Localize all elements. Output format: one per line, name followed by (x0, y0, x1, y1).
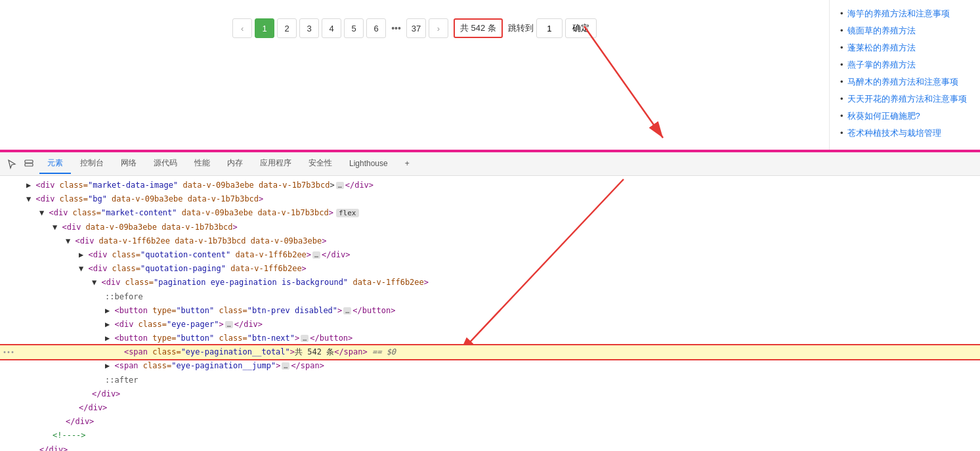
code-line-4[interactable]: ▼ <div data-v-09ba3ebe data-v-1b7b3bcd> (0, 221, 980, 234)
page-2-button[interactable]: 2 (277, 18, 297, 38)
sidebar-link-5[interactable]: 马醉木的养殖方法和注意事项 (840, 74, 969, 91)
page-6-button[interactable]: 6 (366, 18, 386, 38)
pagination-bar: ‹ 1 2 3 4 5 6 ••• 37 › 共 542 条 跳转到 确定 (232, 18, 597, 38)
code-line-3[interactable]: ▼ <div class="market-content" data-v-09b… (0, 206, 980, 220)
code-line-7[interactable]: ▼ <div class="quotation-paging" data-v-1… (0, 262, 980, 276)
devtools-panel: 元素 控制台 网络 源代码 性能 内存 应用程序 安全性 Lighthouse … (0, 151, 980, 451)
sidebar-link-8[interactable]: 苍术种植技术与栽培管理 (840, 125, 969, 142)
tab-more[interactable]: + (397, 155, 417, 173)
code-line-6[interactable]: ▶ <div class="quotation-content" data-v-… (0, 248, 980, 262)
code-line-11[interactable]: ▶ <div class="eye-pager">…</div> (0, 318, 980, 332)
confirm-button[interactable]: 确定 (565, 18, 597, 38)
sidebar-link-4[interactable]: 燕子掌的养殖方法 (840, 56, 969, 74)
sidebar-link-2[interactable]: 镜面草的养殖方法 (840, 22, 969, 39)
tab-application[interactable]: 应用程序 (252, 154, 299, 174)
code-line-8[interactable]: ▼ <div class="pagination eye-pagination … (0, 276, 980, 290)
jump-box: 跳转到 确定 (508, 18, 597, 38)
sidebar-link-6[interactable]: 天天开花的养殖方法和注意事项 (840, 91, 969, 108)
page-5-button[interactable]: 5 (344, 18, 364, 38)
code-line-16: </div> (0, 387, 980, 401)
sidebar-link-1[interactable]: 海竽的养殖方法和注意事项 (840, 5, 969, 22)
code-line-12[interactable]: ▶ <button type="button" class="btn-next"… (0, 332, 980, 345)
tab-performance[interactable]: 性能 (186, 154, 218, 174)
total-count-text: 共 542 条 (460, 23, 496, 33)
tab-console[interactable]: 控制台 (72, 154, 112, 174)
tab-security[interactable]: 安全性 (301, 154, 340, 174)
page-1-button[interactable]: 1 (255, 18, 274, 38)
next-button[interactable]: › (429, 18, 448, 38)
code-line-14[interactable]: ▶ <span class="eye-pagination__jump">…</… (0, 359, 980, 373)
code-line-15: ::after (0, 374, 980, 387)
jump-label: 跳转到 (508, 22, 534, 34)
code-line-10[interactable]: ▶ <button type="button" class="btn-prev … (0, 304, 980, 318)
code-line-5[interactable]: ▼ <div data-v-1ff6b2ee data-v-1b7b3bcd d… (0, 234, 980, 248)
page-3-button[interactable]: 3 (299, 18, 319, 38)
page-37-button[interactable]: 37 (406, 18, 426, 38)
page-dots: ••• (389, 23, 404, 33)
code-line-1[interactable]: ▶ <div class="market-data-image" data-v-… (0, 179, 980, 192)
sidebar-link-3[interactable]: 蓬莱松的养殖方法 (840, 39, 969, 56)
tab-sources[interactable]: 源代码 (146, 154, 185, 174)
total-count-box: 共 542 条 (454, 18, 503, 38)
svg-rect-2 (25, 160, 33, 163)
page-4-button[interactable]: 4 (322, 18, 341, 38)
devtools-code-area: ▶ <div class="market-data-image" data-v-… (0, 176, 980, 451)
cursor-icon[interactable] (5, 158, 18, 171)
code-line-19: <!----> (0, 429, 980, 442)
code-line-17: </div> (0, 401, 980, 415)
tab-network[interactable]: 网络 (113, 154, 144, 174)
code-line-20: </div> (0, 443, 980, 451)
tab-memory[interactable]: 内存 (219, 154, 251, 174)
layers-icon[interactable] (22, 158, 35, 171)
tab-lighthouse[interactable]: Lighthouse (341, 155, 396, 173)
line-dots: ••• (3, 347, 14, 358)
svg-rect-3 (25, 163, 33, 166)
code-line-9: ::before (0, 290, 980, 304)
highlighted-span-line[interactable]: ••• <span class="eye-pagination__total">… (0, 345, 980, 359)
jump-input[interactable] (536, 18, 563, 38)
tab-elements[interactable]: 元素 (39, 154, 71, 174)
prev-button[interactable]: ‹ (232, 18, 252, 38)
sidebar-link-7[interactable]: 秋葵如何正确施肥? (840, 108, 969, 125)
code-line-18: </div> (0, 415, 980, 429)
sidebar-links: 海竽的养殖方法和注意事项 镜面草的养殖方法 蓬莱松的养殖方法 燕子掌的养殖方法 … (829, 0, 980, 150)
code-line-2[interactable]: ▼ <div class="bg" data-v-09ba3ebe data-v… (0, 192, 980, 206)
devtools-tabs: 元素 控制台 网络 源代码 性能 内存 应用程序 安全性 Lighthouse … (0, 152, 980, 176)
